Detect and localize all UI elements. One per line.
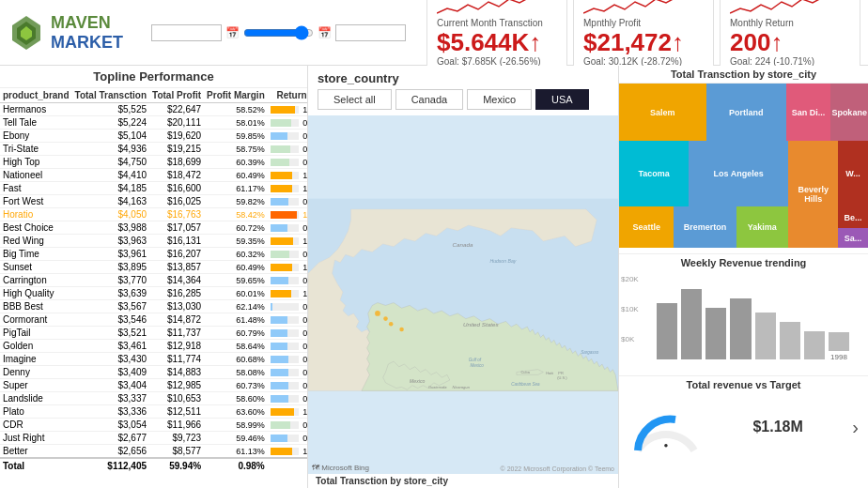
table-row: Imagine$3,430$11,77460.68%0.86% xyxy=(0,353,307,366)
svg-point-20 xyxy=(389,322,394,327)
table-row: BBB Best$3,567$13,03062.14%0.08% xyxy=(0,300,307,313)
cell-margin: 58.01% xyxy=(204,116,268,130)
cell-transction: $2,677 xyxy=(72,432,150,445)
table-row: Red Wing$3,963$16,13159.35%1.08% xyxy=(0,235,307,248)
table-row: Hermanos$5,525$22,64758.52%1.19% xyxy=(0,103,307,116)
svg-text:Canada: Canada xyxy=(453,241,473,248)
cell-brand: High Quality xyxy=(0,287,72,300)
cell-margin: 58.08% xyxy=(204,366,268,379)
start-date-input[interactable]: 1/1/1997 xyxy=(151,24,222,41)
kpi-card-2: Monthly Return200↑Goal: 224 (-10.71%) xyxy=(720,0,860,71)
kpi-value-0: $5.644K↑ xyxy=(437,30,557,54)
cell-profit: $14,872 xyxy=(149,313,204,327)
cell-return: 0.86% xyxy=(268,379,307,392)
cell-transction: $3,961 xyxy=(72,248,150,261)
kpi-sparkline-1 xyxy=(583,0,704,16)
center-panel: store_country Select allCanadaMexicoUSA … xyxy=(308,66,619,488)
cell-brand: Hermanos xyxy=(0,103,72,116)
cell-brand: Fast xyxy=(0,182,72,195)
main-content: Topline Performance product_brand Total … xyxy=(0,66,868,488)
table-row: Best Choice$3,988$17,05760.72%0.85% xyxy=(0,221,307,235)
weekly-bar-label-7: 1998 xyxy=(830,353,847,361)
weekly-bar-fill-7 xyxy=(829,332,849,351)
cell-return: 1.27% xyxy=(268,208,307,221)
cell-profit: $13,030 xyxy=(149,300,204,313)
map-svg: Hudson Bay Canada United States Gulf of … xyxy=(308,115,618,474)
table-row: Carrington$3,770$14,36459.65%0.87% xyxy=(0,274,307,287)
table-row: CDR$3,054$11,96658.99%0.97% xyxy=(0,419,307,432)
svg-text:●: ● xyxy=(664,441,669,450)
treemap-cell-spokane: Spokane xyxy=(830,84,868,141)
cell-transction: $3,054 xyxy=(72,419,150,432)
cell-profit: $16,207 xyxy=(149,248,204,261)
weekly-bar-4 xyxy=(755,313,776,361)
weekly-bar-fill-2 xyxy=(705,308,726,359)
date-slider[interactable] xyxy=(243,23,314,43)
table-scroll[interactable]: product_brand Total Transction Total Pro… xyxy=(0,88,307,488)
cell-profit: $11,774 xyxy=(149,353,204,366)
cell-margin: 60.49% xyxy=(204,261,268,274)
cell-transction: $3,521 xyxy=(72,327,150,340)
weekly-section: Weekly Revenue trending $20K $10K $0K 19… xyxy=(619,253,868,375)
svg-point-18 xyxy=(375,311,380,316)
revenue-section: Total revenue vs Target ● $1.18M › xyxy=(619,375,868,488)
cell-return: 0.84% xyxy=(268,313,307,327)
calendar-icon-start[interactable]: 📅 xyxy=(225,26,240,39)
cell-margin: 59.85% xyxy=(204,130,268,143)
table-row: Plato$3,336$12,51163.60%1.15% xyxy=(0,405,307,419)
next-arrow[interactable]: › xyxy=(852,417,859,438)
cell-profit: $11,966 xyxy=(149,419,204,432)
kpi-card-0: Current Month Transction$5.644K↑Goal: $7… xyxy=(426,0,567,71)
cell-margin: 59.46% xyxy=(204,432,268,445)
cell-margin: 60.01% xyxy=(204,287,268,300)
treemap-cell-bremerton: Bremerton xyxy=(674,206,736,248)
total-profit: 59.94% xyxy=(149,458,204,473)
cell-profit: $10,653 xyxy=(149,392,204,405)
table-row: Horatio$4,050$16,76358.42%1.27% xyxy=(0,208,307,221)
map-btn-select-all[interactable]: Select all xyxy=(318,89,392,110)
cell-transction: $4,163 xyxy=(72,195,150,208)
cell-transction: $3,546 xyxy=(72,313,150,327)
cell-margin: 59.65% xyxy=(204,274,268,287)
calendar-icon-end[interactable]: 📅 xyxy=(318,26,332,39)
right-panel: Total Transction by store_city SalemPort… xyxy=(619,66,868,488)
cell-profit: $20,111 xyxy=(149,116,204,130)
cell-return: 1.04% xyxy=(268,445,307,459)
cell-return: 0.85% xyxy=(268,221,307,235)
svg-text:(U.S.): (U.S.) xyxy=(557,375,567,380)
treemap-cell-be---: Be... xyxy=(838,206,868,228)
end-date-input[interactable]: 12/31/1998 xyxy=(335,24,406,41)
cell-transction: $5,525 xyxy=(72,103,150,116)
treemap-cell-beverly-hills: Beverly Hills xyxy=(788,141,838,248)
svg-text:Gulf of: Gulf of xyxy=(469,358,482,362)
y-label-0k: $0K xyxy=(621,335,634,343)
table-row: Denny$3,409$14,88358.08%0.89% xyxy=(0,366,307,379)
weekly-bar-0 xyxy=(657,303,677,361)
table-row: High Quality$3,639$16,28560.01%1.02% xyxy=(0,287,307,300)
cell-transction: $3,988 xyxy=(72,221,150,235)
col-margin: Profit Margin xyxy=(204,88,268,103)
cell-transction: $3,409 xyxy=(72,366,150,379)
cell-return: 0.08% xyxy=(268,300,307,313)
cell-profit: $19,620 xyxy=(149,130,204,143)
cell-margin: 60.72% xyxy=(204,221,268,235)
table-row: Tri-State$4,936$19,21558.75%0.96% xyxy=(0,143,307,156)
cell-return: 1.19% xyxy=(268,103,307,116)
map-btn-canada[interactable]: Canada xyxy=(395,89,464,110)
cell-profit: $14,883 xyxy=(149,366,204,379)
cell-return: 1.05% xyxy=(268,169,307,182)
map-btn-mexico[interactable]: Mexico xyxy=(467,89,532,110)
cell-brand: High Top xyxy=(0,156,72,169)
map-buttons: Select allCanadaMexicoUSA xyxy=(308,89,618,115)
map-btn-usa[interactable]: USA xyxy=(535,89,589,110)
cell-brand: Golden xyxy=(0,340,72,353)
map-subtitle: Total Transction by store_city xyxy=(308,474,618,488)
cell-brand: PigTail xyxy=(0,327,72,340)
cell-profit: $19,215 xyxy=(149,143,204,156)
cell-return: 1.02% xyxy=(268,287,307,300)
cell-margin: 60.68% xyxy=(204,353,268,366)
kpi-goal-1: Goal: 30.12K (-28.72%) xyxy=(583,56,704,67)
treemap-cell-w---: W... xyxy=(838,141,868,206)
cell-transction: $3,895 xyxy=(72,261,150,274)
weekly-bar-fill-1 xyxy=(681,289,702,359)
